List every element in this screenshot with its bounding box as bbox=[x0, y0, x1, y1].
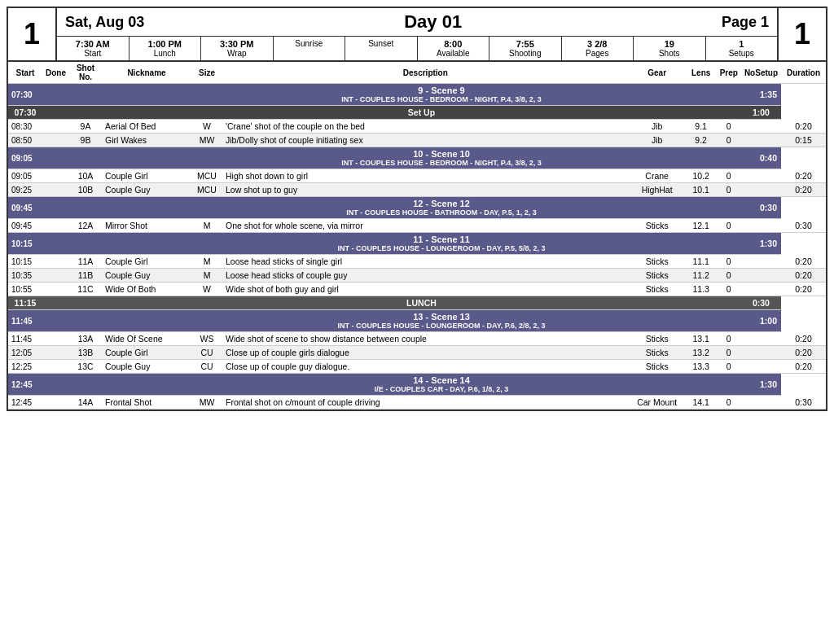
setup-done bbox=[42, 106, 69, 120]
data-lens: 10.1 bbox=[686, 183, 717, 197]
header-cell-label-7: Pages bbox=[566, 49, 630, 58]
scene-start: 12:45 bbox=[8, 374, 42, 396]
data-done bbox=[42, 120, 69, 134]
data-lens: 9.2 bbox=[686, 134, 717, 147]
data-duration: 0:20 bbox=[781, 183, 826, 197]
data-start: 10:15 bbox=[8, 255, 42, 269]
col-done: Done bbox=[42, 62, 69, 84]
scene-done bbox=[42, 233, 69, 255]
scene-title: 10 - Scene 10 bbox=[105, 149, 778, 159]
col-nosetup: NoSetup bbox=[741, 62, 781, 84]
data-lens: 11.2 bbox=[686, 269, 717, 283]
row-1: 07:30 Set Up 1:00 bbox=[8, 106, 826, 120]
header-cell-label-2: Wrap bbox=[205, 49, 269, 58]
header-cell-label-8: Shots bbox=[638, 49, 701, 58]
row-2: 08:30 9A Aerial Of Bed W 'Crane' shot of… bbox=[8, 120, 826, 134]
data-start: 12:45 bbox=[8, 396, 42, 410]
data-nickname: Wide Of Scene bbox=[102, 332, 191, 346]
data-done bbox=[42, 269, 69, 283]
data-nosetup bbox=[741, 269, 781, 283]
scene-duration: 1:35 bbox=[760, 90, 777, 99]
data-size: MW bbox=[191, 396, 222, 410]
data-desc: Wide shot of both guy and girl bbox=[222, 283, 629, 296]
data-shot: 11B bbox=[69, 269, 102, 283]
data-nickname: Couple Girl bbox=[102, 346, 191, 360]
lunch-shot bbox=[69, 296, 102, 310]
row-3: 08:50 9B Girl Wakes MW Jib/Dolly shot of… bbox=[8, 134, 826, 147]
data-lens: 13.1 bbox=[686, 332, 717, 346]
header-cell-5: 8:00Available bbox=[418, 37, 490, 60]
header-page: Page 1 bbox=[722, 14, 769, 31]
data-done bbox=[42, 396, 69, 410]
scene-shot bbox=[69, 84, 102, 106]
data-start: 08:30 bbox=[8, 120, 42, 134]
col-desc: Description bbox=[222, 62, 629, 84]
header-cell-1: 1:00 PMLunch bbox=[129, 37, 202, 60]
column-headers: Start Done Shot No. Nickname Size Descri… bbox=[8, 62, 826, 84]
data-prep: 0 bbox=[717, 283, 741, 296]
scene-sub: INT - COUPLES HOUSE - LOUNGEROOM - DAY, … bbox=[105, 244, 778, 252]
header-cell-6: 7:55Shooting bbox=[489, 37, 562, 60]
row-7: 09:45 12 - Scene 12 INT - COUPLES HOUSE … bbox=[8, 197, 826, 219]
header-cell-3: Sunrise bbox=[274, 37, 346, 60]
scene-title: 12 - Scene 12 bbox=[105, 199, 778, 208]
data-duration: 0:20 bbox=[781, 255, 826, 269]
data-size: M bbox=[191, 269, 222, 283]
col-lens: Lens bbox=[686, 62, 717, 84]
data-size: W bbox=[191, 283, 222, 296]
data-shot: 13C bbox=[69, 360, 102, 374]
data-nickname: Couple Guy bbox=[102, 360, 191, 374]
row-9: 10:15 11 - Scene 11 INT - COUPLES HOUSE … bbox=[8, 233, 826, 255]
data-gear: Sticks bbox=[629, 283, 686, 296]
data-nosetup bbox=[741, 332, 781, 346]
scene-start: 07:30 bbox=[8, 84, 42, 106]
header-cell-value-0: 7:30 AM bbox=[61, 39, 125, 49]
data-size: CU bbox=[191, 346, 222, 360]
data-gear: Car Mount bbox=[629, 396, 686, 410]
col-duration: Duration bbox=[781, 62, 826, 84]
row-8: 09:45 12A Mirror Shot M One shot for who… bbox=[8, 219, 826, 233]
data-size: M bbox=[191, 219, 222, 233]
row-4: 09:05 10 - Scene 10 INT - COUPLES HOUSE … bbox=[8, 147, 826, 169]
data-nosetup bbox=[741, 169, 781, 183]
scene-duration: 0:40 bbox=[760, 153, 777, 163]
data-nickname: Couple Girl bbox=[102, 255, 191, 269]
data-duration: 0:20 bbox=[781, 120, 826, 134]
scene-done bbox=[42, 84, 69, 106]
col-start: Start bbox=[8, 62, 42, 84]
scene-info: 9 - Scene 9 INT - COUPLES HOUSE - BEDROO… bbox=[102, 84, 781, 106]
scene-info: 12 - Scene 12 INT - COUPLES HOUSE - BATH… bbox=[102, 197, 781, 219]
data-gear: Sticks bbox=[629, 360, 686, 374]
data-duration: 0:20 bbox=[781, 332, 826, 346]
setup-duration: 1:00 bbox=[741, 106, 781, 120]
data-start: 12:05 bbox=[8, 346, 42, 360]
data-duration: 0:20 bbox=[781, 169, 826, 183]
data-duration: 0:20 bbox=[781, 283, 826, 296]
data-desc: High shot down to girl bbox=[222, 169, 629, 183]
data-desc: Frontal shot on c/mount of couple drivin… bbox=[222, 396, 629, 410]
scene-sub: I/E - COUPLES CAR - DAY, P.6, 1/8, 2, 3 bbox=[105, 385, 778, 393]
data-start: 09:45 bbox=[8, 219, 42, 233]
scene-sub: INT - COUPLES HOUSE - BEDROOM - NIGHT, P… bbox=[105, 159, 778, 167]
data-shot: 13B bbox=[69, 346, 102, 360]
lunch-done bbox=[42, 296, 69, 310]
lunch-duration: 0:30 bbox=[741, 296, 781, 310]
row-14: 11:45 13 - Scene 13 INT - COUPLES HOUSE … bbox=[8, 310, 826, 332]
data-done bbox=[42, 360, 69, 374]
header-cell-label-9: Setups bbox=[710, 49, 774, 58]
header-cell-2: 3:30 PMWrap bbox=[201, 37, 274, 60]
data-done bbox=[42, 283, 69, 296]
scene-shot bbox=[69, 197, 102, 219]
data-nosetup bbox=[741, 120, 781, 134]
data-lens: 13.2 bbox=[686, 346, 717, 360]
row-6: 09:25 10B Couple Guy MCU Low shot up to … bbox=[8, 183, 826, 197]
schedule-table: Start Done Shot No. Nickname Size Descri… bbox=[8, 62, 826, 410]
data-nosetup bbox=[741, 134, 781, 147]
row-0: 07:30 9 - Scene 9 INT - COUPLES HOUSE - … bbox=[8, 84, 826, 106]
scene-sub: INT - COUPLES HOUSE - BEDROOM - NIGHT, P… bbox=[105, 95, 778, 103]
data-start: 10:35 bbox=[8, 269, 42, 283]
data-done bbox=[42, 332, 69, 346]
data-nickname: Couple Girl bbox=[102, 169, 191, 183]
data-desc: 'Crane' shot of the couple on the bed bbox=[222, 120, 629, 134]
header-bottom: 7:30 AMStart1:00 PMLunch3:30 PMWrapSunri… bbox=[57, 37, 777, 60]
